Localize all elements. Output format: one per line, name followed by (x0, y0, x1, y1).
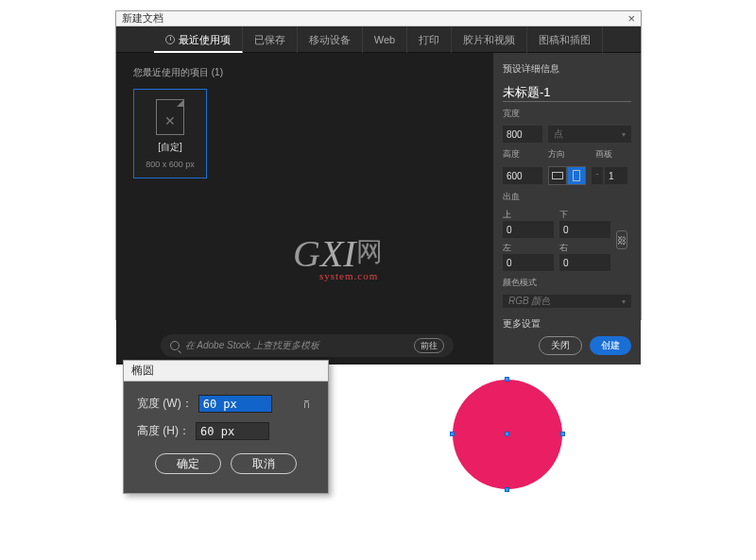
ellipse-width-label: 宽度 (W)： (137, 396, 193, 412)
document-icon: ✕ (156, 99, 184, 135)
tab-recent-label: 最近使用项 (179, 34, 231, 45)
orientation-label: 方向 (548, 148, 590, 161)
tab-film[interactable]: 胶片和视频 (452, 26, 527, 53)
ellipse-height-input[interactable] (196, 422, 269, 440)
artboards-stepper[interactable]: ˆ (592, 167, 627, 184)
handle-bottom[interactable] (505, 487, 509, 492)
unit-value: 点 (554, 127, 563, 141)
preset-name: [自定] (158, 141, 182, 154)
details-heading: 预设详细信息 (503, 62, 631, 76)
handle-center[interactable] (505, 432, 509, 436)
window-title: 新建文档 (122, 11, 163, 25)
tab-recent[interactable]: 最近使用项 (154, 26, 243, 53)
tab-mobile[interactable]: 移动设备 (298, 26, 363, 53)
ellipse-width-input[interactable] (198, 395, 272, 413)
bleed-right-input[interactable] (559, 254, 610, 271)
stepper-up-icon[interactable]: ˆ (592, 167, 603, 184)
bleed-bottom-input[interactable] (559, 221, 610, 238)
clock-icon (165, 35, 175, 44)
search-icon (170, 341, 180, 350)
colormode-value: RGB 颜色 (508, 295, 550, 308)
ellipse-title: 椭圆 (124, 361, 328, 382)
artboards-input[interactable] (605, 167, 627, 184)
orientation-landscape[interactable] (548, 166, 567, 185)
colormode-label: 颜色模式 (503, 277, 631, 289)
more-settings[interactable]: 更多设置 (503, 317, 631, 331)
recent-label: 您最近使用的项目 (1) (133, 66, 480, 79)
orientation-portrait[interactable] (567, 166, 586, 185)
presets-area: 您最近使用的项目 (1) ✕ [自定] 800 x 600 px 在 Adobe… (116, 53, 493, 365)
cancel-button[interactable]: 取消 (231, 453, 297, 474)
stock-search[interactable]: 在 Adobe Stock 上查找更多模板 前往 (161, 334, 454, 357)
tab-saved[interactable]: 已保存 (243, 26, 298, 53)
artboards-label: 画板 (595, 148, 612, 161)
search-go-button[interactable]: 前往 (414, 338, 444, 353)
handle-left[interactable] (450, 432, 455, 436)
ok-button[interactable]: 确定 (155, 453, 221, 474)
tab-art[interactable]: 图稿和插图 (527, 26, 603, 53)
colormode-select[interactable]: RGB 颜色▾ (503, 295, 631, 308)
bleed-top-label: 上 (503, 209, 554, 221)
preset-dimensions: 800 x 600 px (146, 160, 195, 169)
search-placeholder: 在 Adobe Stock 上查找更多模板 (185, 339, 319, 352)
height-input[interactable] (503, 167, 542, 184)
height-label: 高度 (503, 148, 542, 161)
ellipse-shape-selected[interactable] (453, 380, 562, 489)
bleed-left-label: 左 (503, 242, 554, 254)
width-label: 宽度 (503, 108, 631, 120)
unit-select[interactable]: 点▾ (548, 126, 631, 143)
close-button[interactable]: 关闭 (539, 336, 582, 355)
ellipse-dialog: 椭圆 宽度 (W)： ⩃ 高度 (H)： 确定 取消 (123, 360, 329, 494)
orientation-toggle (548, 166, 586, 185)
link-icon[interactable]: ⛓ (616, 230, 627, 249)
chevron-down-icon: ▾ (622, 130, 626, 139)
bleed-left-input[interactable] (503, 254, 554, 271)
create-button[interactable]: 创建 (590, 336, 631, 355)
new-document-dialog: 新建文档 × 最近使用项 已保存 移动设备 Web 打印 胶片和视频 图稿和插图… (115, 10, 642, 320)
preset-custom[interactable]: ✕ [自定] 800 x 600 px (133, 89, 207, 178)
ellipse-height-label: 高度 (H)： (137, 423, 190, 439)
bleed-bottom-label: 下 (559, 209, 610, 221)
bleed-right-label: 右 (559, 242, 610, 254)
category-tabs: 最近使用项 已保存 移动设备 Web 打印 胶片和视频 图稿和插图 (116, 26, 641, 53)
bleed-label: 出血 (503, 191, 631, 203)
tab-print[interactable]: 打印 (407, 26, 452, 53)
handle-right[interactable] (560, 432, 565, 436)
preset-details-panel: 预设详细信息 宽度 点▾ 高度 方向 画板 ˆ (493, 53, 641, 365)
bleed-top-input[interactable] (503, 221, 554, 238)
tab-web[interactable]: Web (363, 26, 407, 53)
constrain-icon[interactable]: ⩃ (298, 396, 315, 413)
close-icon[interactable]: × (627, 11, 635, 25)
width-input[interactable] (503, 126, 542, 143)
document-name-input[interactable] (503, 83, 631, 102)
handle-top[interactable] (505, 377, 509, 382)
chevron-down-icon: ▾ (622, 297, 626, 306)
titlebar: 新建文档 × (116, 11, 641, 26)
